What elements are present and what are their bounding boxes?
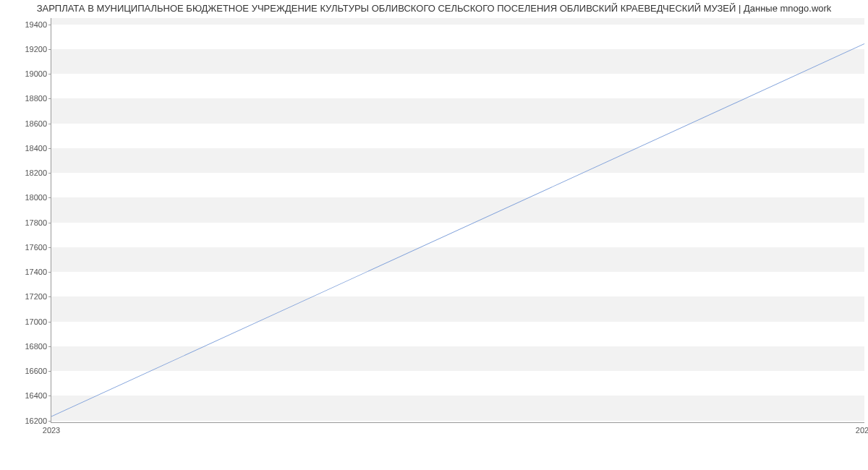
y-tick-label: 18400	[25, 144, 47, 153]
y-tick-label: 16800	[25, 342, 47, 351]
y-tick-mark	[48, 197, 51, 198]
y-tick-label: 19200	[25, 45, 47, 54]
y-tick-mark	[48, 272, 51, 273]
y-tick-label: 17000	[25, 317, 47, 326]
y-tick-mark	[48, 124, 51, 124]
y-tick-label: 17400	[25, 268, 47, 276]
y-tick-label: 16600	[25, 367, 47, 375]
y-tick-label: 18800	[25, 94, 47, 103]
plot-area: 1620016400166001680017000172001740017600…	[51, 18, 864, 423]
y-tick-mark	[48, 346, 51, 347]
y-tick-label: 18600	[25, 119, 47, 128]
y-tick-mark	[48, 396, 51, 396]
y-tick-mark	[48, 296, 51, 297]
y-tick-mark	[48, 25, 51, 25]
x-tick-label: 2024	[856, 426, 868, 435]
y-tick-mark	[48, 148, 51, 149]
y-tick-label: 17200	[25, 292, 47, 301]
chart-title: ЗАРПЛАТА В МУНИЦИПАЛЬНОЕ БЮДЖЕТНОЕ УЧРЕЖ…	[0, 3, 868, 14]
y-tick-mark	[48, 421, 51, 422]
chart-container: ЗАРПЛАТА В МУНИЦИПАЛЬНОЕ БЮДЖЕТНОЕ УЧРЕЖ…	[0, 0, 868, 470]
y-tick-mark	[48, 223, 51, 223]
y-tick-label: 19000	[25, 69, 47, 78]
y-tick-label: 16200	[25, 416, 47, 425]
y-tick-mark	[48, 74, 51, 74]
y-tick-label: 17600	[25, 243, 47, 252]
y-tick-mark	[48, 173, 51, 174]
y-tick-mark	[48, 371, 51, 372]
y-tick-mark	[48, 322, 51, 322]
line-series	[51, 18, 864, 423]
y-tick-mark	[48, 98, 51, 99]
y-tick-mark	[48, 49, 51, 50]
y-tick-label: 16400	[25, 391, 47, 400]
y-tick-label: 19400	[25, 20, 47, 29]
x-tick-label: 2023	[43, 426, 60, 435]
y-tick-mark	[48, 247, 51, 248]
y-tick-label: 17800	[25, 218, 47, 227]
y-tick-label: 18200	[25, 168, 47, 177]
y-tick-label: 18000	[25, 193, 47, 202]
